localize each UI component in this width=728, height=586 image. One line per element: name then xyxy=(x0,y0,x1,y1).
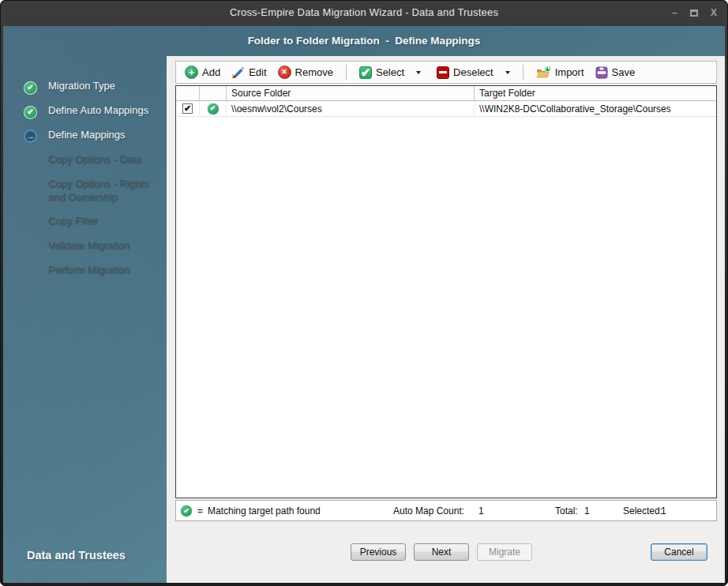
select-check-icon: ✔ xyxy=(359,66,372,79)
checkbox-column-header xyxy=(176,86,200,100)
deselect-minus-icon xyxy=(437,66,449,79)
import-button[interactable]: Import xyxy=(531,64,590,81)
row-checkbox[interactable]: ✔ xyxy=(182,103,193,114)
page-header: Folder to Folder Migration - Define Mapp… xyxy=(3,26,725,56)
migrate-button: Migrate xyxy=(477,543,532,561)
minimize-button[interactable]: – xyxy=(672,7,677,18)
legend-equals: = xyxy=(197,505,203,517)
remove-icon: ✕ xyxy=(278,66,291,79)
add-button[interactable]: + Add xyxy=(179,64,226,81)
steps-list: ✔ Migration Type ✔ Define Auto Mappings … xyxy=(3,56,167,277)
status-column-header xyxy=(200,86,227,100)
previous-button[interactable]: Previous xyxy=(351,543,406,561)
auto-map-count-label: Auto Map Count: xyxy=(393,505,464,517)
page-title: Folder to Folder Migration - Define Mapp… xyxy=(3,35,725,47)
wizard-window: Cross-Empire Data Migration Wizard - Dat… xyxy=(0,0,728,586)
sidebar-step-validate-migration: Validate Migration xyxy=(24,239,167,253)
deselect-label: Deselect xyxy=(453,66,493,78)
window-title: Cross-Empire Data Migration Wizard - Dat… xyxy=(0,6,728,18)
sidebar-step-define-mappings: → Define Mappings xyxy=(24,128,167,142)
legend-text: Matching target path found xyxy=(208,505,321,517)
edit-button[interactable]: Edit xyxy=(226,64,272,81)
total-label: Total: xyxy=(555,505,578,517)
close-button[interactable]: X xyxy=(711,7,717,18)
mappings-table[interactable]: Source Folder Target Folder ✔ ✔ \\oesnw\… xyxy=(175,85,717,498)
step-label: Define Auto Mappings xyxy=(48,103,165,117)
wizard-steps-sidebar: ✔ Migration Type ✔ Define Auto Mappings … xyxy=(3,56,167,583)
step-label: Copy Filter xyxy=(48,214,165,227)
toolbar-separator xyxy=(523,65,523,80)
save-label: Save xyxy=(612,66,636,78)
edit-pencil-icon xyxy=(231,66,245,79)
step-label: Copy Options - Rights and Ownership xyxy=(48,177,165,204)
main-panel: + Add Edit ✕ Rem xyxy=(167,56,725,583)
sidebar-step-define-auto-mappings: ✔ Define Auto Mappings xyxy=(24,103,167,118)
source-folder-column-header[interactable]: Source Folder xyxy=(227,86,475,100)
sidebar-step-copy-filter: Copy Filter xyxy=(24,214,167,228)
step-label: Copy Options - Data xyxy=(48,152,165,166)
cancel-button[interactable]: Cancel xyxy=(651,543,707,561)
legend-check-icon: ✔ xyxy=(180,505,193,517)
table-row[interactable]: ✔ ✔ \\oesnw\vol2\Courses \\WIN2K8-DC\Col… xyxy=(176,101,716,117)
step-label: Migration Type xyxy=(48,79,165,92)
window-controls: – X xyxy=(672,7,717,18)
mappings-toolbar: + Add Edit ✕ Rem xyxy=(175,61,717,84)
deselect-dropdown-button[interactable]: Deselect xyxy=(431,65,516,81)
add-label: Add xyxy=(202,66,220,78)
step-complete-icon: ✔ xyxy=(24,81,37,95)
table-header-row: Source Folder Target Folder xyxy=(176,86,716,101)
sidebar-step-perform-migration: Perform Migration xyxy=(24,263,167,277)
total-value: 1 xyxy=(584,505,590,517)
selected-value: 1 xyxy=(661,505,666,517)
wizard-mode-label: Data and Trustees xyxy=(27,549,126,562)
sidebar-step-copy-options-data: Copy Options - Data xyxy=(24,152,167,167)
target-folder-path: \\WIN2K8-DC\Collaborative_Storage\Course… xyxy=(479,103,671,115)
edit-label: Edit xyxy=(249,66,266,78)
content-area: Folder to Folder Migration - Define Mapp… xyxy=(3,26,725,583)
deselect-dropdown-arrow-icon[interactable] xyxy=(505,71,510,74)
save-floppy-icon xyxy=(595,66,608,79)
next-button[interactable]: Next xyxy=(414,543,469,561)
step-label: Define Mappings xyxy=(48,128,165,141)
step-current-icon: → xyxy=(24,130,37,143)
selected-label: Selected: xyxy=(623,505,662,517)
import-folder-icon xyxy=(536,66,551,79)
select-dropdown-arrow-icon[interactable] xyxy=(416,71,421,74)
toolbar-separator xyxy=(346,65,347,80)
sidebar-step-migration-type: ✔ Migration Type xyxy=(24,79,167,93)
import-label: Import xyxy=(555,66,584,78)
remove-button[interactable]: ✕ Remove xyxy=(272,64,339,81)
step-label: Perform Migration xyxy=(48,263,165,276)
select-dropdown-button[interactable]: ✔ Select xyxy=(354,65,426,81)
target-folder-column-header[interactable]: Target Folder xyxy=(475,86,716,100)
sidebar-step-copy-options-rights: Copy Options - Rights and Ownership xyxy=(24,177,167,204)
add-icon: + xyxy=(185,66,198,79)
save-button[interactable]: Save xyxy=(590,65,641,81)
maximize-button[interactable] xyxy=(690,9,698,17)
step-complete-icon: ✔ xyxy=(24,106,37,119)
select-label: Select xyxy=(376,66,404,78)
title-bar[interactable]: Cross-Empire Data Migration Wizard - Dat… xyxy=(0,0,728,26)
remove-label: Remove xyxy=(295,66,333,78)
auto-map-count-value: 1 xyxy=(478,505,484,517)
step-label: Validate Migration xyxy=(48,239,165,252)
source-folder-path: \\oesnw\vol2\Courses xyxy=(231,103,322,115)
status-bar: ✔ = Matching target path found Auto Map … xyxy=(175,500,717,521)
matching-target-icon: ✔ xyxy=(207,103,220,115)
